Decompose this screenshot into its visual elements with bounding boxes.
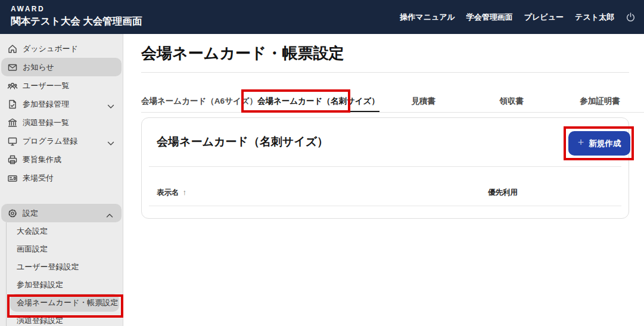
topbar: AWARD 関本テスト大会 大会管理画面 操作マニュアル 学会管理画面 プレビュ… (0, 0, 644, 34)
chevron-down-icon (107, 102, 114, 107)
sidebar-subitem-participation-settings[interactable]: 参加登録設定 (7, 276, 123, 294)
mail-icon (7, 62, 18, 73)
sidebar-item-registration-mgmt[interactable]: 参加登録管理 (0, 95, 123, 113)
topbar-link-preview[interactable]: プレビュー (524, 12, 564, 23)
sidebar-item-settings[interactable]: 設定 (1, 204, 122, 222)
topbar-link-manual[interactable]: 操作マニュアル (400, 12, 455, 23)
topbar-user-name[interactable]: テスト太郎 (575, 12, 614, 23)
document-icon (7, 99, 18, 110)
title-divider (141, 72, 629, 73)
sidebar-subitem-conference-settings[interactable]: 大会設定 (7, 222, 123, 240)
sidebar-subitem-label: 大会設定 (17, 226, 48, 237)
sidebar-subitem-label: 演題登録設定 (17, 315, 63, 326)
monitor-icon (7, 136, 18, 147)
card-heading: 会場ネームカード（名刺サイズ） (157, 134, 328, 150)
column-label: 優先利用 (488, 188, 518, 197)
sidebar-subitem-abstract-registration-settings[interactable]: 演題登録設定 (7, 312, 123, 326)
create-new-button-label: 新規作成 (589, 138, 621, 149)
sidebar-subitem-label: ユーザー登録設定 (17, 262, 79, 272)
sidebar: ダッシュボード お知らせ ユーザー一覧 参加登録管理 (0, 34, 123, 326)
sidebar-subitem-label: 画面設定 (17, 244, 48, 254)
create-new-button[interactable]: + 新規作成 (568, 131, 630, 156)
chevron-up-icon (106, 211, 113, 216)
users-icon (7, 80, 18, 91)
card-divider (149, 166, 621, 167)
sidebar-item-label: 演題登録一覧 (23, 117, 117, 128)
building-icon (7, 117, 18, 128)
tab-namecard-a6[interactable]: 会場ネームカード（A6サイズ） (141, 90, 257, 112)
sidebar-subitem-label: 参加登録設定 (17, 280, 63, 290)
sidebar-item-label: お知らせ (23, 62, 116, 73)
power-icon[interactable] (626, 12, 636, 22)
sidebar-subitem-namecard-form-settings[interactable]: 会場ネームカード・帳票設定 (10, 294, 119, 312)
app-title: 関本テスト大会 大会管理画面 (11, 15, 142, 28)
sidebar-item-label: 要旨集作成 (23, 154, 117, 165)
tab-receipt[interactable]: 領収書 (468, 90, 556, 112)
sidebar-item-label: ユーザー一覧 (23, 80, 117, 91)
home-icon (7, 44, 18, 54)
topbar-links: 操作マニュアル 学会管理画面 プレビュー テスト太郎 (400, 0, 636, 34)
sidebar-item-abstract-list[interactable]: 演題登録一覧 (0, 113, 123, 132)
sidebar-subitem-user-registration-settings[interactable]: ユーザー登録設定 (7, 258, 123, 276)
sort-asc-icon: ↑ (183, 188, 187, 197)
sidebar-item-abstract-book[interactable]: 要旨集作成 (0, 150, 123, 169)
column-header-priority-use: 優先利用 (488, 188, 518, 198)
settings-submenu: 大会設定 画面設定 ユーザー登録設定 参加登録設定 会場ネームカード・帳票設定 … (6, 222, 123, 326)
topbar-link-society-admin[interactable]: 学会管理画面 (466, 12, 513, 23)
tab-participation-certificate[interactable]: 参加証明書 (556, 90, 644, 112)
printer-icon (7, 154, 18, 165)
plus-icon: + (578, 136, 584, 149)
tab-estimate[interactable]: 見積書 (379, 90, 468, 112)
sidebar-item-onsite-reception[interactable]: 来場受付 (0, 169, 123, 187)
screen: AWARD 関本テスト大会 大会管理画面 操作マニュアル 学会管理画面 プレビュ… (0, 0, 644, 326)
page-title: 会場ネームカード・帳票設定 (141, 43, 344, 64)
chevron-down-icon (107, 139, 114, 144)
column-header-display-name[interactable]: 表示名↑ (157, 188, 186, 198)
sidebar-item-label: プログラム登録 (23, 136, 107, 147)
sidebar-item-program-registration[interactable]: プログラム登録 (0, 132, 123, 150)
sidebar-item-dashboard[interactable]: ダッシュボード (0, 39, 123, 58)
column-label: 表示名 (157, 188, 179, 197)
namecard-settings-card: 会場ネームカード（名刺サイズ） + 新規作成 表示名↑ 優先利用 (141, 117, 629, 219)
sidebar-item-label: 来場受付 (23, 173, 117, 184)
sidebar-gap (0, 187, 123, 204)
sidebar-subitem-label: 会場ネームカード・帳票設定 (17, 297, 118, 308)
sidebar-item-label: 設定 (23, 208, 106, 219)
table-header-divider (149, 206, 621, 206)
sidebar-item-user-list[interactable]: ユーザー一覧 (0, 76, 123, 95)
tab-namecard-business[interactable]: 会場ネームカード（名刺サイズ） (257, 90, 379, 112)
card-icon (7, 173, 18, 184)
sidebar-subitem-screen-settings[interactable]: 画面設定 (7, 240, 123, 258)
gear-icon (7, 208, 18, 219)
sidebar-item-label: 参加登録管理 (23, 99, 107, 110)
sidebar-item-news[interactable]: お知らせ (1, 58, 122, 76)
sidebar-item-label: ダッシュボード (23, 44, 117, 54)
award-logo: AWARD (11, 5, 45, 13)
tab-bar: 会場ネームカード（A6サイズ） 会場ネームカード（名刺サイズ） 見積書 領収書 … (141, 90, 644, 113)
